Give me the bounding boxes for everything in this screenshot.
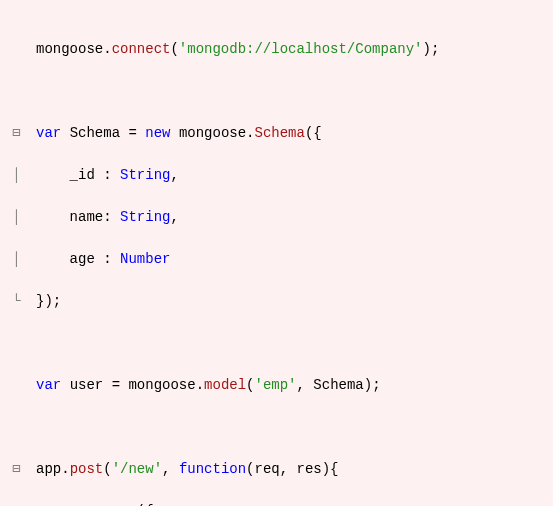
code-line: mongoose.connect('mongodb://localhost/Co… [12,39,541,60]
token: Schema [255,125,305,141]
token: _id [70,167,95,183]
code-line [12,81,541,102]
token: mongoose [179,125,246,141]
token: String [120,167,170,183]
code-line: │ age : Number [12,249,541,270]
code-block: mongoose.connect('mongodb://localhost/Co… [0,0,553,506]
token: mongoose [128,377,195,393]
code-line [12,333,541,354]
token: 'emp' [255,377,297,393]
token: app [36,461,61,477]
token: model [204,377,246,393]
token: Number [120,251,170,267]
code-line: └ }); [12,291,541,312]
token: Schema [313,377,363,393]
token: new [145,125,170,141]
code-line: ⊟ var Schema = new mongoose.Schema({ [12,123,541,144]
token: age [70,251,95,267]
code-line: │ _id : String, [12,165,541,186]
token: function [179,461,246,477]
token: String [120,209,170,225]
code-line: var user = mongoose.model('emp', Schema)… [12,375,541,396]
token: post [70,461,104,477]
token: req, res [255,461,322,477]
token: Schema [70,125,120,141]
code-line: │ name: String, [12,207,541,228]
token: var [36,377,61,393]
token: var [36,125,61,141]
token: '/new' [112,461,162,477]
token: user [70,377,104,393]
code-line: ⊟ app.post('/new', function(req, res){ [12,459,541,480]
token: mongoose [36,41,103,57]
code-line: ⊟ new user({ [12,501,541,506]
code-line [12,417,541,438]
token: name [70,209,104,225]
token: connect [112,41,171,57]
token: 'mongodb://localhost/Company' [179,41,423,57]
